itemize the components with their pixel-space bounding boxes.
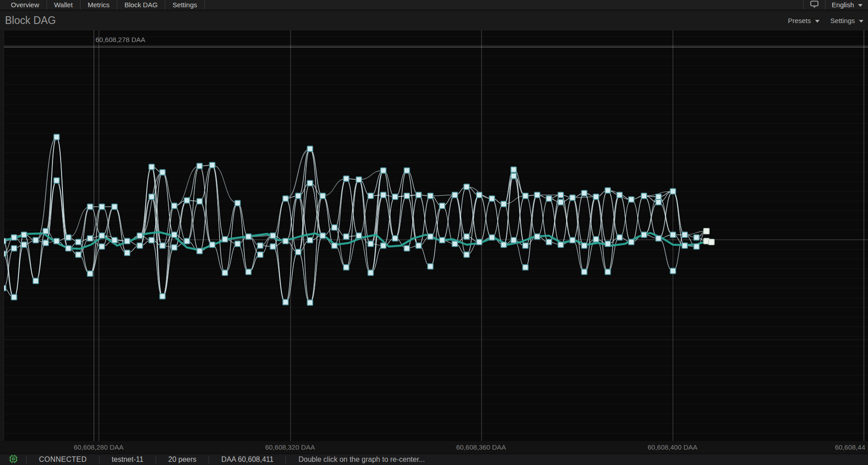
dag-canvas[interactable]: [4, 30, 868, 441]
chevron-down-icon: [858, 4, 863, 7]
presets-dropdown[interactable]: Presets: [788, 17, 820, 24]
x-tick-label: 60,608,400 DAA: [648, 443, 697, 451]
recenter-hint: Double click on the graph to re-center..…: [286, 456, 437, 464]
tab-block-dag[interactable]: Block DAG: [117, 0, 165, 9]
status-bar: CONNECTED testnet-11 20 peers DAA 60,608…: [0, 454, 868, 465]
current-daa-marker-label: 60,608,278 DAA: [95, 36, 145, 43]
peer-count: 20 peers: [156, 456, 209, 464]
chevron-down-icon: [815, 20, 820, 23]
nav-tabs: Overview Wallet Metrics Block DAG Settin…: [4, 0, 205, 9]
daa-score: DAA 60,608,411: [209, 456, 286, 464]
block-dag-graph[interactable]: 60,608,278 DAA: [4, 30, 868, 441]
tab-wallet[interactable]: Wallet: [47, 0, 81, 9]
chip-icon: [9, 454, 18, 465]
settings-dropdown[interactable]: Settings: [830, 17, 863, 24]
monitor-icon: [810, 0, 819, 9]
x-axis-tick-strip: 60,608,280 DAA 60,608,320 DAA 60,608,360…: [0, 441, 868, 454]
tab-overview[interactable]: Overview: [4, 0, 47, 9]
page-header: Block DAG Presets Settings: [0, 11, 868, 30]
x-tick-label: 60,608,360 DAA: [456, 443, 506, 451]
chevron-down-icon: [859, 20, 863, 23]
x-tick-label: 60,608,320 DAA: [265, 443, 315, 451]
tab-metrics[interactable]: Metrics: [81, 0, 117, 9]
top-nav-bar: Overview Wallet Metrics Block DAG Settin…: [0, 0, 868, 10]
tab-settings[interactable]: Settings: [165, 0, 205, 9]
language-label: English: [832, 1, 854, 9]
x-tick-label-clipped: 60,608,44: [835, 443, 865, 451]
nav-right-group: English: [803, 0, 868, 9]
network-name: testnet-11: [100, 456, 156, 464]
language-selector[interactable]: English: [825, 0, 868, 9]
page-title: Block DAG: [5, 14, 56, 27]
nav-spacer: [205, 0, 803, 9]
theme-monitor-button[interactable]: [803, 0, 825, 9]
node-status-button[interactable]: [0, 454, 26, 465]
connection-status: CONNECTED: [27, 456, 99, 464]
settings-label: Settings: [830, 17, 855, 24]
x-tick-label: 60,608,280 DAA: [74, 443, 124, 451]
presets-label: Presets: [788, 17, 811, 24]
